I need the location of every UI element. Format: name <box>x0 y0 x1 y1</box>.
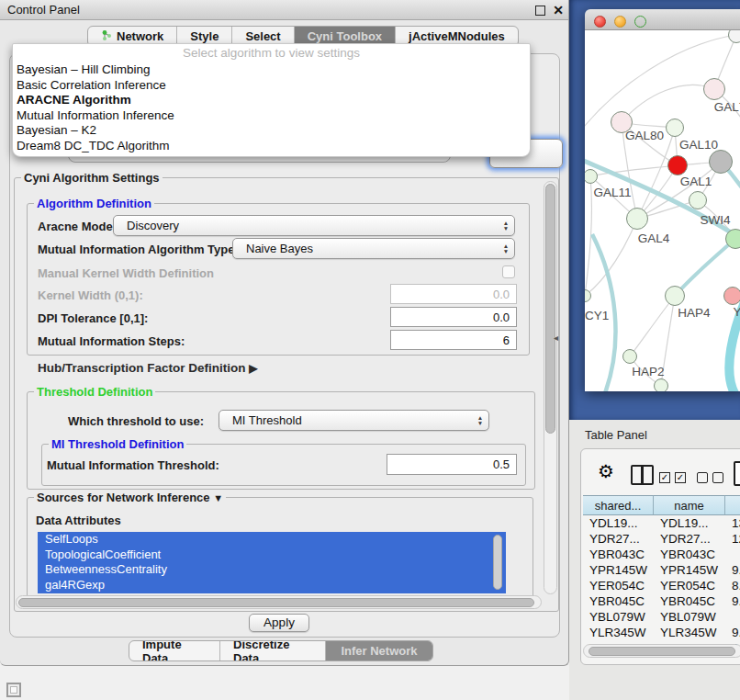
dpi-tolerance-input[interactable]: 0.0 <box>390 307 517 327</box>
network-node-gal10[interactable] <box>666 119 684 137</box>
split-columns-icon[interactable] <box>631 465 654 485</box>
algorithm-option[interactable]: Dream8 DC_TDC Algorithm <box>13 139 530 154</box>
collapsed-panel-icon[interactable] <box>6 683 21 697</box>
manual-kernel-checkbox[interactable] <box>502 265 515 278</box>
table-cell[interactable]: YLR345W <box>583 625 654 640</box>
table-row[interactable]: YLR345WYLR345W9. <box>583 625 740 640</box>
network-view-window[interactable]: GAL7GAL80GAL10GAL1GAL11SWI4GAL4GCY1HAP4Y… <box>585 9 740 391</box>
table-cell[interactable]: 8. <box>725 578 740 593</box>
attribute-item[interactable]: BetweennessCentrality <box>38 562 506 578</box>
which-threshold-combobox[interactable]: MI Threshold ▲▼ <box>219 410 489 431</box>
network-node-gal7[interactable] <box>703 78 725 100</box>
attribute-item[interactable]: gal4RGexp <box>38 578 506 593</box>
table-row[interactable]: YBR043CYBR043C <box>583 547 740 562</box>
settings-horizontal-scrollbar[interactable] <box>16 595 542 609</box>
close-traffic-button[interactable] <box>594 16 606 28</box>
table-hscroll-thumb[interactable] <box>589 647 735 656</box>
which-threshold-value: MI Threshold <box>219 413 472 427</box>
aracne-mode-combobox[interactable]: Discovery ▲▼ <box>113 215 515 236</box>
table-cell[interactable]: YBL079W <box>654 609 725 625</box>
table-row[interactable]: YPR145WYPR145W9. <box>583 562 740 578</box>
table-header-row: shared...nameA <box>583 495 740 515</box>
network-node[interactable] <box>667 155 688 175</box>
algorithm-option[interactable]: Basic Correlation Inference <box>13 78 530 94</box>
table-cell[interactable]: YBR043C <box>583 547 654 562</box>
network-node-y[interactable] <box>723 287 740 305</box>
table-cell[interactable]: YER054C <box>583 578 654 593</box>
float-window-icon[interactable] <box>535 6 545 16</box>
table-cell[interactable]: YDR27... <box>654 531 725 547</box>
network-node-hap4[interactable] <box>665 286 685 306</box>
table-cell[interactable]: 9. <box>725 562 740 578</box>
column-header-name[interactable]: name <box>654 495 725 515</box>
attribute-item[interactable]: SelfLoops <box>38 532 506 548</box>
network-node[interactable] <box>709 150 733 174</box>
settings-vscroll-thumb[interactable] <box>545 184 555 434</box>
algorithm-option[interactable]: Bayesian – Hill Climbing <box>13 62 530 78</box>
select-all-checkbox2-icon[interactable]: ✓ <box>675 472 686 483</box>
close-icon[interactable]: ✕ <box>551 2 566 18</box>
bottom-tab-discretize-data[interactable]: Discretize Data <box>219 641 325 660</box>
table-cell[interactable] <box>725 609 740 625</box>
table-cell[interactable]: 13 <box>725 515 740 531</box>
table-cell[interactable]: YER054C <box>654 578 725 593</box>
control-panel-titlebar[interactable]: Control Panel ✕ <box>0 0 568 20</box>
network-node-gal4[interactable] <box>626 208 648 230</box>
kernel-width-input[interactable]: 0.0 <box>390 284 517 304</box>
algorithm-dropdown-popup: Select algorithm to view settings Bayesi… <box>12 43 531 157</box>
table-row[interactable]: YBR045CYBR045C9. <box>583 593 740 609</box>
splitter-arrow-icon[interactable]: ◂ <box>554 333 558 343</box>
table-row[interactable]: YDL19...YDL19...13 <box>583 515 740 531</box>
data-attributes-list[interactable]: SelfLoopsTopologicalCoefficientBetweenne… <box>38 532 506 593</box>
attributes-vscroll-thumb[interactable] <box>493 535 502 590</box>
deselect-checkbox2-icon[interactable] <box>712 472 723 483</box>
zoom-traffic-button[interactable] <box>634 16 646 28</box>
algorithm-option[interactable]: Mutual Information Inference <box>13 108 530 124</box>
hub-definition-toggle[interactable]: Hub/Transcription Factor Definition ▶ <box>38 361 258 375</box>
mi-threshold-input[interactable]: 0.5 <box>387 454 517 475</box>
apply-button[interactable]: Apply <box>249 614 309 632</box>
algorithm-option[interactable]: ARACNE Algorithm <box>13 93 530 108</box>
table-cell[interactable]: 9. <box>725 593 740 609</box>
table-cell[interactable]: YDL19... <box>583 515 654 531</box>
table-horizontal-scrollbar[interactable] <box>583 644 740 658</box>
bottom-tab-infer-network[interactable]: Infer Network <box>325 641 432 660</box>
settings-vertical-scrollbar[interactable] <box>544 181 557 594</box>
manual-kernel-label: Manual Kernel Width Definition <box>38 266 214 280</box>
table-cell[interactable]: YPR145W <box>583 562 654 578</box>
mi-type-combobox[interactable]: Naive Bayes ▲▼ <box>232 238 515 259</box>
gear-icon[interactable]: ⚙ <box>598 460 614 482</box>
network-node-gal1[interactable] <box>689 191 707 209</box>
table-row[interactable]: YER054CYER054C8. <box>583 578 740 593</box>
algorithm-option[interactable]: Bayesian – K2 <box>13 123 530 139</box>
bottom-tab-impute-data[interactable]: Impute Data <box>129 641 219 660</box>
threshold-definition-title: Threshold Definition <box>34 385 155 399</box>
table-row[interactable]: YBL079WYBL079W <box>583 609 740 625</box>
attribute-item[interactable]: TopologicalCoefficient <box>38 548 506 563</box>
minimize-traffic-button[interactable] <box>614 16 626 28</box>
table-row[interactable]: YDR27...YDR27...12 <box>583 531 740 547</box>
column-header-A[interactable]: A <box>725 495 740 515</box>
table-cell[interactable]: YDR27... <box>583 531 654 547</box>
table-cell[interactable]: YLR345W <box>654 625 725 640</box>
select-all-checkbox-icon[interactable]: ✓ <box>659 472 670 483</box>
table-cell[interactable]: YBR045C <box>583 593 654 609</box>
table-cell[interactable]: YDL19... <box>654 515 725 531</box>
network-node-swi4[interactable] <box>725 229 740 249</box>
mi-steps-input[interactable]: 6 <box>390 330 517 350</box>
table-cell[interactable] <box>725 547 740 562</box>
table-cell[interactable]: 9. <box>725 625 740 640</box>
table-cell[interactable]: YBL079W <box>583 609 654 625</box>
column-header-shared...[interactable]: shared... <box>583 495 654 515</box>
network-node[interactable] <box>654 378 668 391</box>
network-window-titlebar[interactable] <box>585 9 740 30</box>
settings-hscroll-thumb[interactable] <box>18 598 534 607</box>
table-cell[interactable]: YBR043C <box>654 547 725 562</box>
table-cell[interactable]: YPR145W <box>654 562 725 578</box>
network-canvas[interactable]: GAL7GAL80GAL10GAL1GAL11SWI4GAL4GCY1HAP4Y… <box>585 30 740 391</box>
table-cell[interactable]: YBR045C <box>654 593 725 609</box>
new-table-icon[interactable] <box>734 461 740 486</box>
network-node-hap2[interactable] <box>622 349 637 364</box>
table-cell[interactable]: 12 <box>725 531 740 547</box>
deselect-checkbox-icon[interactable] <box>697 472 708 483</box>
